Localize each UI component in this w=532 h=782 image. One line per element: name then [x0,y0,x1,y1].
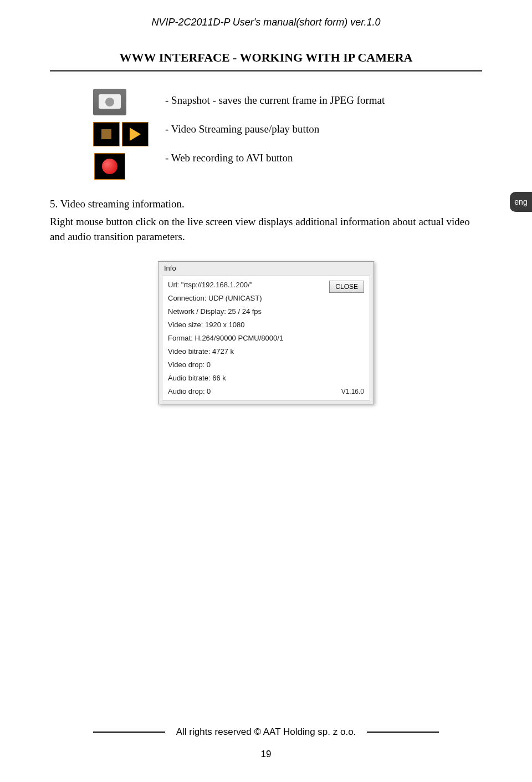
language-tab: eng [510,192,532,212]
snapshot-icon [93,89,126,115]
info-row-format: Format: H.264/90000 PCMU/8000/1 [168,334,318,342]
footer: All rights reserved © AAT Holding sp. z … [0,727,532,760]
info-dialog-title: Info [158,262,374,275]
pause-play-icon [93,122,149,146]
info-row-abitrate: Audio bitrate: 66 k [168,374,318,382]
info-row-vdrop: Video drop: 0 [168,360,318,369]
snapshot-desc: - Snapshot - saves the current frame in … [165,94,385,106]
footer-copyright: All rights reserved © AAT Holding sp. z … [176,727,356,738]
divider [50,70,482,72]
info-row-vbitrate: Video bitrate: 4727 k [168,347,318,356]
info-row-adrop: Audio drop: 0 [168,387,318,395]
pauseplay-desc: - Video Streaming pause/play button [165,123,385,135]
section-title: WWW INTERFACE - WORKING WITH IP CAMERA [50,50,482,65]
document-header: NVIP-2C2011D-P User's manual(short form)… [50,17,482,28]
info-row-connection: Connection: UDP (UNICAST) [168,294,318,302]
record-icon [93,153,126,180]
icons-descriptions: - Snapshot - saves the current frame in … [93,89,482,180]
info-row-videosize: Video size: 1920 x 1080 [168,321,318,329]
subsection-heading: 5. Video streaming information. [50,196,482,212]
info-row-url: Url: "rtsp://192.168.1.200/" [168,281,318,289]
subsection-paragraph: Right mouse button click on the live scr… [50,214,482,245]
info-dialog: Info Url: "rtsp://192.168.1.200/" Connec… [158,261,374,404]
close-button[interactable]: CLOSE [329,281,364,293]
record-desc: - Web recording to AVI button [165,152,385,164]
info-row-network: Network / Display: 25 / 24 fps [168,307,318,316]
page-number: 19 [0,749,532,760]
version-label: V1.16.0 [341,388,364,395]
